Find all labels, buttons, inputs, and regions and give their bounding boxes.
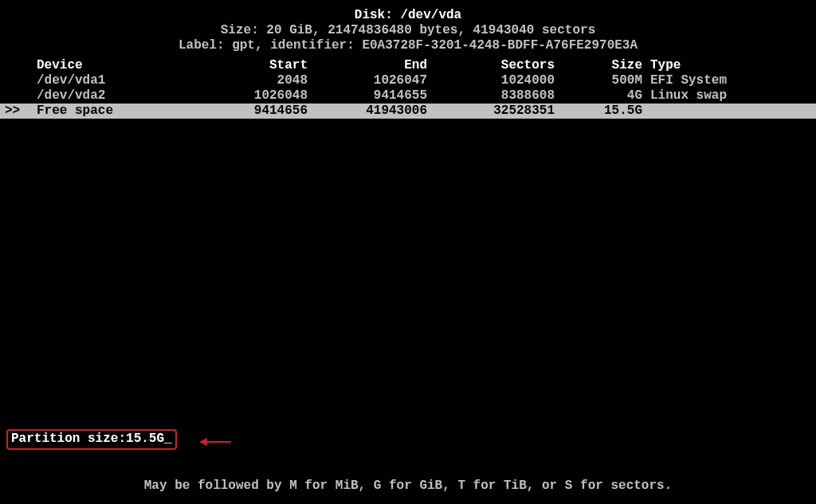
row-sectors: 1024000 (427, 73, 555, 88)
row-start: 2048 (204, 73, 308, 88)
row-end: 41943006 (308, 104, 427, 119)
row-device: Free space (37, 104, 204, 119)
row-marker: >> (0, 104, 37, 119)
disk-line: Disk: /dev/vda (0, 8, 816, 23)
row-end: 1026047 (308, 73, 427, 88)
table-header: Device Start End Sectors Size Type (0, 58, 816, 73)
size-line: Size: 20 GiB, 21474836480 bytes, 4194304… (0, 23, 816, 38)
col-size-header: Size (555, 58, 642, 73)
row-marker (0, 73, 37, 88)
table-row-selected[interactable]: >> Free space 9414656 41943006 32528351 … (0, 104, 816, 119)
row-type: EFI System (642, 73, 816, 88)
hint-text: May be followed by M for MiB, G for GiB,… (0, 479, 816, 493)
prompt-label: Partition size: (11, 431, 126, 447)
row-type: Linux swap (642, 88, 816, 104)
col-sectors-header: Sectors (427, 58, 555, 73)
row-size: 4G (555, 88, 642, 104)
row-start: 9414656 (204, 104, 308, 119)
row-end: 9414655 (308, 88, 427, 104)
table-row[interactable]: /dev/vda2 1026048 9414655 8388608 4G Lin… (0, 88, 816, 104)
col-device-header: Device (37, 58, 204, 73)
row-size: 15.5G (555, 104, 642, 119)
text-cursor: _ (164, 431, 172, 447)
row-device: /dev/vda2 (37, 88, 204, 104)
row-device: /dev/vda1 (37, 73, 204, 88)
highlight-arrow-icon (199, 438, 231, 446)
col-end-header: End (308, 58, 427, 73)
partition-size-prompt[interactable]: Partition size: 15.5G_ (6, 429, 177, 450)
row-start: 1026048 (204, 88, 308, 104)
row-sectors: 32528351 (427, 104, 555, 119)
col-marker (0, 58, 37, 73)
col-start-header: Start (204, 58, 308, 73)
prompt-value[interactable]: 15.5G (126, 431, 164, 447)
row-sectors: 8388608 (427, 88, 555, 104)
table-row[interactable]: /dev/vda1 2048 1026047 1024000 500M EFI … (0, 73, 816, 88)
row-marker (0, 88, 37, 104)
row-size: 500M (555, 73, 642, 88)
header-block: Disk: /dev/vda Size: 20 GiB, 21474836480… (0, 0, 816, 53)
partition-table: Device Start End Sectors Size Type /dev/… (0, 58, 816, 119)
label-line: Label: gpt, identifier: E0A3728F-3201-42… (0, 38, 816, 53)
col-type-header: Type (642, 58, 816, 73)
row-type (642, 104, 816, 119)
